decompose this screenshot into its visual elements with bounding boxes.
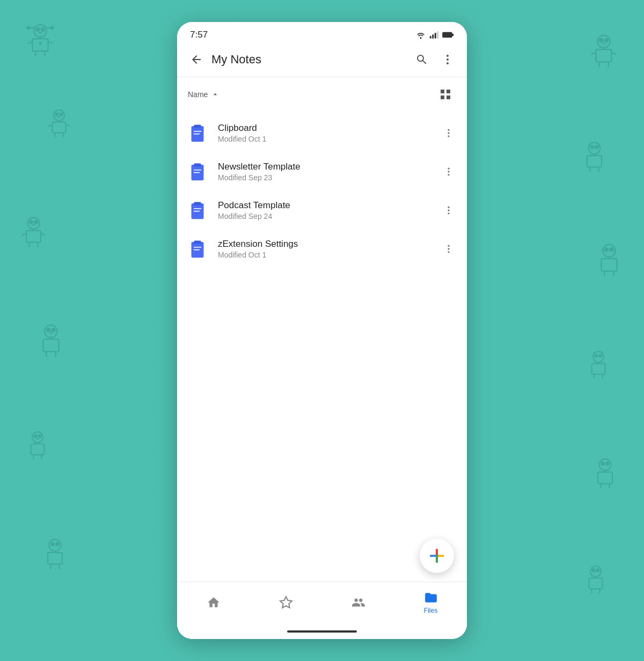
svg-rect-108 <box>437 31 438 39</box>
file-more-button-newsletter[interactable] <box>439 162 458 181</box>
file-name: Newsletter Template <box>218 161 439 172</box>
more-options-button[interactable] <box>437 49 458 70</box>
file-more-button-clipboard[interactable] <box>439 123 458 143</box>
svg-point-122 <box>448 168 449 170</box>
svg-rect-137 <box>436 555 438 557</box>
svg-point-59 <box>597 35 610 48</box>
status-icons <box>415 31 454 39</box>
svg-rect-72 <box>587 156 602 167</box>
svg-line-66 <box>612 53 617 54</box>
list-item[interactable]: Podcast Template Modified Sep 24 <box>177 191 467 230</box>
svg-point-70 <box>590 145 593 148</box>
svg-point-16 <box>54 110 64 121</box>
new-note-fab[interactable] <box>420 539 454 573</box>
content-spacer <box>177 403 467 533</box>
svg-point-84 <box>595 355 598 357</box>
nav-item-starred[interactable] <box>250 587 322 618</box>
svg-point-85 <box>599 355 602 357</box>
file-more-button-zextension[interactable] <box>439 239 458 259</box>
list-item[interactable]: zExtension Settings Modified Oct 1 <box>177 230 467 268</box>
nav-label-files: Files <box>424 607 437 614</box>
svg-line-65 <box>591 53 596 54</box>
svg-rect-20 <box>53 122 66 133</box>
nav-item-shared[interactable] <box>322 587 394 618</box>
svg-point-44 <box>32 432 43 443</box>
svg-point-134 <box>448 251 449 253</box>
svg-point-45 <box>34 435 37 438</box>
folder-icon <box>424 591 438 605</box>
file-info-podcast: Podcast Template Modified Sep 24 <box>218 200 439 221</box>
svg-rect-111 <box>452 34 453 36</box>
svg-rect-116 <box>194 124 201 128</box>
file-icon-newsletter <box>186 160 209 183</box>
svg-line-10 <box>28 42 33 43</box>
svg-rect-139 <box>438 555 444 557</box>
svg-point-36 <box>45 325 57 337</box>
svg-rect-86 <box>592 364 605 374</box>
back-button[interactable] <box>186 49 207 70</box>
file-icon-clipboard <box>186 121 209 145</box>
svg-rect-93 <box>598 472 612 484</box>
svg-point-78 <box>610 248 613 251</box>
svg-point-4 <box>51 26 54 29</box>
bottom-indicator <box>177 626 467 639</box>
svg-point-129 <box>448 212 449 214</box>
svg-point-92 <box>606 462 609 465</box>
svg-point-83 <box>593 351 604 362</box>
phone-screen: 7:57 <box>177 22 467 639</box>
svg-point-2 <box>27 26 30 29</box>
grid-view-button[interactable] <box>435 84 456 105</box>
svg-point-76 <box>603 245 615 257</box>
sort-control[interactable]: Name <box>188 90 219 99</box>
svg-point-119 <box>448 135 449 137</box>
svg-rect-79 <box>601 259 617 271</box>
file-more-button-podcast[interactable] <box>439 201 458 220</box>
file-icon-zextension <box>186 237 209 261</box>
sort-bar: Name <box>177 77 467 109</box>
svg-rect-105 <box>430 36 431 39</box>
svg-point-132 <box>448 245 449 247</box>
svg-rect-141 <box>436 557 438 563</box>
svg-line-33 <box>41 233 45 235</box>
svg-point-27 <box>30 221 32 223</box>
list-item[interactable]: Newsletter Template Modified Sep 23 <box>177 152 467 191</box>
svg-point-28 <box>34 221 37 223</box>
app-title: My Notes <box>211 53 411 67</box>
svg-rect-48 <box>31 444 45 455</box>
svg-rect-30 <box>26 231 41 243</box>
svg-point-18 <box>60 113 63 116</box>
file-name: Podcast Template <box>218 200 439 211</box>
sort-arrow-icon <box>211 90 219 99</box>
svg-point-54 <box>56 542 58 545</box>
app-bar-actions <box>411 49 458 70</box>
svg-rect-100 <box>589 578 603 589</box>
svg-point-124 <box>448 174 449 175</box>
svg-point-0 <box>34 25 46 37</box>
svg-point-37 <box>47 328 50 332</box>
nav-item-files[interactable]: Files <box>394 587 467 618</box>
svg-point-46 <box>39 435 41 438</box>
status-time: 7:57 <box>190 30 208 40</box>
svg-rect-126 <box>194 202 201 205</box>
svg-point-77 <box>605 248 608 251</box>
list-item[interactable]: Clipboard Modified Oct 1 <box>177 114 467 152</box>
signal-icon <box>429 31 439 39</box>
file-modified: Modified Sep 23 <box>218 173 439 182</box>
grid-icon <box>439 88 452 101</box>
file-name: zExtension Settings <box>218 239 439 249</box>
svg-line-23 <box>66 125 70 127</box>
file-icon-podcast <box>186 199 209 222</box>
svg-rect-55 <box>48 553 62 564</box>
svg-rect-106 <box>432 34 434 39</box>
battery-icon <box>442 31 454 39</box>
svg-point-113 <box>447 58 449 61</box>
svg-point-69 <box>589 142 601 154</box>
svg-point-53 <box>51 542 54 545</box>
search-button[interactable] <box>411 49 433 70</box>
svg-point-112 <box>447 55 449 57</box>
bottom-nav: Files <box>177 582 467 626</box>
svg-line-11 <box>48 42 53 43</box>
star-icon <box>279 596 293 609</box>
nav-item-home[interactable] <box>177 587 250 618</box>
svg-point-38 <box>52 328 55 332</box>
